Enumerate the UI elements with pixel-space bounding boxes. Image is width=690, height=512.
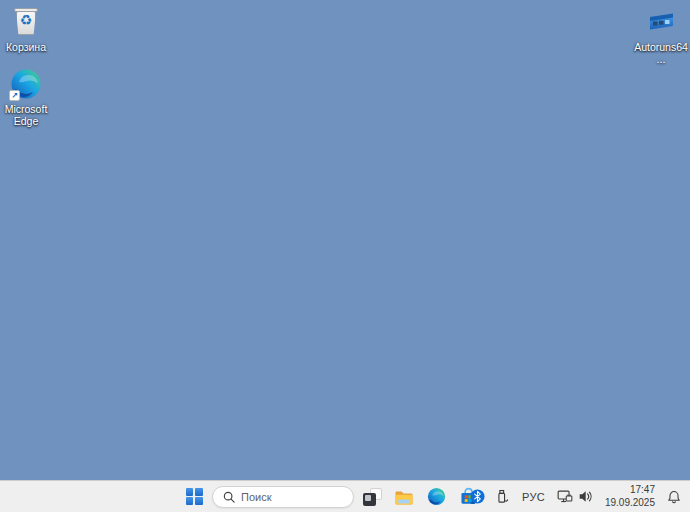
usb-safely-remove-icon	[495, 489, 510, 505]
clock[interactable]: 17:47 19.09.2025	[598, 483, 662, 511]
windows-logo-icon	[186, 488, 203, 505]
desktop: ♻ Корзина ↗ Microsoft Edge	[0, 0, 690, 512]
bluetooth-icon	[470, 489, 485, 504]
bluetooth-button[interactable]	[465, 483, 490, 511]
shortcut-arrow-icon: ↗	[9, 90, 20, 101]
desktop-icon-autoruns[interactable]: Autoruns64...	[635, 6, 687, 65]
recycle-symbol: ♻	[10, 13, 42, 27]
folder-icon	[394, 487, 414, 507]
notification-bell-icon	[667, 490, 681, 504]
search-icon	[223, 491, 235, 503]
taskbar: Поиск	[0, 480, 690, 512]
task-view-button[interactable]	[358, 483, 386, 511]
language-indicator[interactable]: РУС	[515, 483, 552, 511]
autoruns-icon	[645, 6, 677, 38]
desktop-icon-label: Корзина	[6, 41, 46, 53]
edge-taskbar-button[interactable]	[422, 483, 450, 511]
windows-logo-pane	[186, 497, 194, 505]
desktop-icon-microsoft-edge[interactable]: ↗ Microsoft Edge	[0, 68, 52, 127]
desktop-icon-label: Microsoft Edge	[0, 103, 52, 127]
taskbar-center-group: Поиск	[180, 481, 482, 512]
network-ethernet-icon	[557, 489, 573, 504]
search-box[interactable]: Поиск	[212, 486, 354, 508]
edge-icon: ↗	[10, 68, 42, 100]
windows-logo-pane	[186, 488, 194, 496]
edge-icon	[427, 487, 446, 506]
clock-date: 19.09.2025	[605, 497, 655, 510]
windows-logo-pane	[195, 488, 203, 496]
usb-safely-remove-button[interactable]	[490, 483, 515, 511]
desktop-icon-label: Autoruns64...	[633, 41, 689, 65]
autoruns-svg	[645, 6, 677, 38]
task-view-front-pane	[363, 493, 376, 506]
speaker-icon	[578, 489, 593, 504]
clock-time: 17:47	[605, 484, 655, 497]
start-button[interactable]	[180, 483, 208, 511]
file-explorer-button[interactable]	[390, 483, 418, 511]
desktop-icon-recycle-bin[interactable]: ♻ Корзина	[0, 6, 52, 53]
notification-center-button[interactable]	[662, 483, 686, 511]
task-view-icon	[363, 488, 382, 506]
taskbar-tray: РУС 17:47 19.09.2025	[465, 481, 686, 512]
search-placeholder: Поиск	[241, 491, 271, 503]
recycle-bin-icon: ♻	[10, 6, 42, 38]
network-volume-button[interactable]	[552, 483, 598, 511]
windows-logo-pane	[195, 497, 203, 505]
